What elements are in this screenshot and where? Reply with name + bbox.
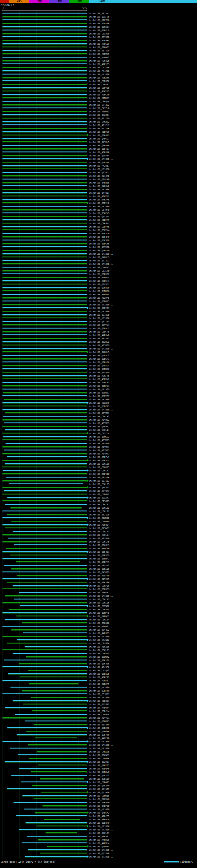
- hit-label[interactable]: UniRef100_UP1000...: [89, 263, 113, 266]
- hit-label[interactable]: UniRef100_B9RPL9: [89, 29, 109, 32]
- hit-bar[interactable]: [14, 598, 87, 599]
- hit-bar[interactable]: [2, 20, 87, 20]
- hit-label[interactable]: UniRef100_B2JT29: [89, 117, 109, 120]
- hit-label[interactable]: UniRef100_UP1000...: [89, 73, 113, 76]
- hit-bar[interactable]: [38, 765, 87, 766]
- hit-label[interactable]: UniRef100_Q41ZC2: [89, 259, 109, 262]
- hit-label[interactable]: UniRef100_Q8A323: [89, 487, 109, 489]
- hit-label[interactable]: UniRef100_Q4PSL7: [89, 137, 109, 140]
- hit-label[interactable]: UniRef100_C4WGN2: [89, 266, 109, 269]
- hit-bar[interactable]: [2, 236, 87, 237]
- hit-bar[interactable]: [19, 592, 87, 593]
- hit-label[interactable]: UniRef100_C3CL84: [89, 534, 109, 536]
- hit-label[interactable]: UniRef100_B0ERU9: [89, 818, 109, 821]
- hit-label[interactable]: UniRef100_A4H3U4: [89, 842, 109, 845]
- hit-bar[interactable]: [2, 365, 87, 366]
- hit-label[interactable]: UniRef100_Q45B99: [89, 571, 109, 574]
- hit-bar[interactable]: [7, 582, 87, 583]
- hit-bar[interactable]: [3, 470, 87, 471]
- hit-label[interactable]: UniRef100_B6TG70: [89, 36, 109, 38]
- hit-label[interactable]: UniRef100_A8Q304: [89, 524, 109, 526]
- hit-bar[interactable]: [16, 561, 80, 562]
- hit-label[interactable]: UniRef100_A6PG16: [89, 151, 109, 154]
- hit-label[interactable]: UniRef100_B0DER3: [89, 358, 109, 360]
- hit-bar[interactable]: [2, 104, 87, 105]
- hit-bar[interactable]: [10, 507, 81, 508]
- hit-bar[interactable]: [2, 12, 87, 13]
- hit-bar[interactable]: [2, 362, 87, 363]
- hit-label[interactable]: UniRef100_UP1000...: [89, 636, 113, 638]
- hit-label[interactable]: UniRef100_Q9FE27: [89, 307, 109, 309]
- hit-bar[interactable]: [2, 155, 87, 156]
- hit-label[interactable]: UniRef100_Q213E8: [89, 314, 109, 316]
- hit-bar[interactable]: [2, 226, 87, 227]
- hit-bar[interactable]: [2, 280, 87, 281]
- hit-label[interactable]: UniRef100_Q4UIP3: [89, 764, 109, 767]
- hit-label[interactable]: UniRef100_B4LDV0: [89, 185, 109, 188]
- hit-bar[interactable]: [3, 405, 87, 406]
- hit-label[interactable]: UniRef100_C5DWK9: [89, 520, 109, 523]
- hit-label[interactable]: UniRef100_B0DNM8: [89, 768, 109, 770]
- hit-bar[interactable]: [37, 751, 87, 752]
- hit-bar[interactable]: [2, 219, 87, 220]
- hit-label[interactable]: UniRef100_C4JND2: [89, 639, 109, 641]
- hit-label[interactable]: UniRef100_Q0C4B8: [89, 662, 109, 665]
- hit-bar[interactable]: [17, 639, 87, 640]
- hit-bar[interactable]: [2, 375, 87, 376]
- hit-bar[interactable]: [2, 338, 87, 339]
- hit-label[interactable]: UniRef100_B5SF19: [89, 575, 109, 577]
- hit-label[interactable]: UniRef100_C7TZL2: [89, 104, 109, 106]
- hit-label[interactable]: UniRef100_P08093: [89, 466, 109, 469]
- hit-label[interactable]: UniRef100_UP1000...: [89, 856, 113, 858]
- hit-label[interactable]: UniRef100_C6E0B3: [89, 700, 109, 702]
- hit-label[interactable]: UniRef100_P29766: [89, 23, 109, 25]
- hit-label[interactable]: UniRef100_B8M8P1: [89, 558, 109, 560]
- hit-bar[interactable]: [4, 450, 87, 451]
- hit-bar[interactable]: [38, 839, 87, 840]
- hit-bar[interactable]: [2, 334, 87, 335]
- hit-label[interactable]: UniRef100_B0E9F9: [89, 822, 109, 824]
- hit-bar[interactable]: [2, 145, 87, 146]
- hit-bar[interactable]: [2, 510, 87, 512]
- hit-bar[interactable]: [37, 826, 87, 827]
- hit-bar[interactable]: [2, 304, 87, 305]
- hit-label[interactable]: UniRef100_C4YCU4: [89, 432, 109, 435]
- hit-label[interactable]: UniRef100_C3CLR3: [89, 415, 109, 418]
- hit-label[interactable]: UniRef100_A8UEH1: [89, 280, 109, 282]
- hit-bar[interactable]: [2, 138, 87, 139]
- hit-bar[interactable]: [2, 185, 87, 186]
- hit-bar[interactable]: [2, 84, 87, 85]
- hit-bar[interactable]: [4, 659, 87, 660]
- hit-bar[interactable]: [2, 36, 87, 37]
- hit-label[interactable]: UniRef100_A6YM92: [89, 419, 109, 421]
- hit-label[interactable]: UniRef100_C3CL85: [89, 598, 109, 601]
- hit-bar[interactable]: [2, 195, 87, 196]
- hit-bar[interactable]: [2, 372, 87, 373]
- hit-bar[interactable]: [2, 250, 87, 251]
- hit-bar[interactable]: [2, 165, 87, 166]
- hit-bar[interactable]: [2, 382, 87, 383]
- hit-bar[interactable]: [4, 565, 87, 566]
- hit-bar[interactable]: [2, 294, 87, 295]
- hit-bar[interactable]: [28, 744, 87, 745]
- hit-label[interactable]: UniRef100_A8XU79: [89, 402, 109, 404]
- hit-bar[interactable]: [5, 707, 87, 708]
- hit-bar[interactable]: [2, 240, 87, 241]
- hit-label[interactable]: UniRef100_Q6CQM3: [89, 544, 109, 547]
- hit-label[interactable]: UniRef100_A5VXQ0: [89, 246, 109, 248]
- hit-bar[interactable]: [5, 429, 87, 430]
- hit-bar[interactable]: [2, 494, 87, 495]
- hit-label[interactable]: UniRef100_A6YM77: [89, 446, 109, 448]
- hit-bar[interactable]: [2, 199, 87, 200]
- hit-bar[interactable]: [12, 653, 87, 654]
- hit-label[interactable]: UniRef100_A2IJX6: [89, 175, 109, 177]
- hit-label[interactable]: UniRef100_C4R1V6: [89, 751, 109, 753]
- hit-bar[interactable]: [2, 124, 87, 125]
- hit-label[interactable]: UniRef100_Q9VYW1: [89, 324, 109, 327]
- hit-bar[interactable]: [35, 738, 77, 738]
- hit-bar[interactable]: [2, 57, 87, 58]
- hit-bar[interactable]: [2, 53, 87, 54]
- hit-label[interactable]: UniRef100_B4F9R4: [89, 39, 109, 42]
- hit-label[interactable]: UniRef100_A6YM93: [89, 439, 109, 441]
- hit-bar[interactable]: [5, 527, 87, 528]
